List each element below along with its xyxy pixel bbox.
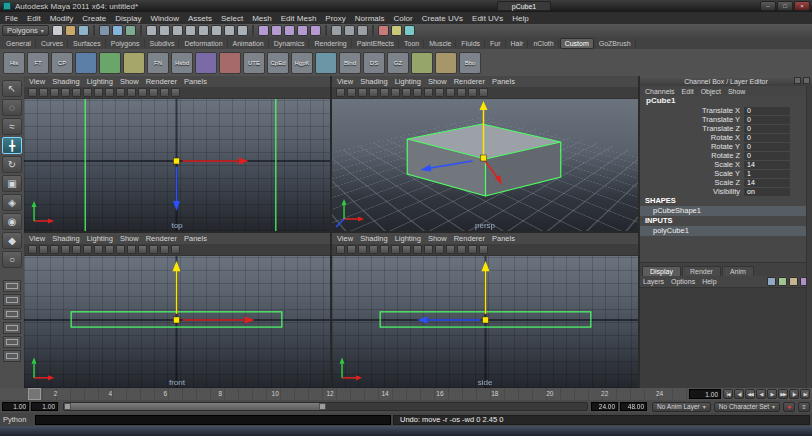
lock-camera-icon[interactable] xyxy=(347,245,356,254)
shelf-tab[interactable]: PaintEffects xyxy=(353,39,399,48)
play-backwards-button[interactable]: ◀ xyxy=(756,389,766,399)
mask-lines-icon[interactable] xyxy=(172,25,183,36)
animation-preferences-button[interactable]: ≡ xyxy=(798,402,810,412)
shelf-tab[interactable]: Muscle xyxy=(425,39,456,48)
command-line-language-toggle[interactable]: Python xyxy=(3,415,35,424)
menu-item[interactable]: Edit xyxy=(27,14,41,23)
mask-points-icon[interactable] xyxy=(146,25,157,36)
camera-attributes-icon[interactable] xyxy=(50,245,59,254)
render-current-frame-icon[interactable] xyxy=(378,25,389,36)
menu-item[interactable]: Help xyxy=(512,14,528,23)
viewport-menu-item[interactable]: Lighting xyxy=(87,234,113,243)
channel-box-menu[interactable]: Channels xyxy=(645,88,675,95)
bookmark-icon[interactable] xyxy=(61,88,70,97)
shelf-tab[interactable]: General xyxy=(2,39,36,48)
shelf-hsbd-button[interactable]: Hsbd xyxy=(171,52,193,74)
field-chart-icon[interactable] xyxy=(149,88,158,97)
ipr-render-icon[interactable] xyxy=(391,25,402,36)
film-gate-icon[interactable] xyxy=(116,88,125,97)
snap-view-plane-icon[interactable] xyxy=(297,25,308,36)
shelf-tab[interactable]: Polygons xyxy=(107,39,145,48)
close-button[interactable]: × xyxy=(794,1,810,11)
gate-mask-icon[interactable] xyxy=(138,88,147,97)
shelf-ds-button[interactable]: DS xyxy=(363,52,385,74)
viewport-menu-item[interactable]: Renderer xyxy=(146,234,177,243)
shelf-tab[interactable]: Surfaces xyxy=(69,39,106,48)
current-time-field[interactable] xyxy=(689,389,721,399)
image-plane-icon[interactable] xyxy=(72,245,81,254)
move-manipulator-center[interactable] xyxy=(173,317,179,323)
universal-manipulator-tool[interactable]: ◈ xyxy=(2,194,22,211)
shelf-tab[interactable]: Dynamics xyxy=(270,39,310,48)
viewport-menu-item[interactable]: Lighting xyxy=(87,77,113,86)
create-layer-from-selected-icon[interactable] xyxy=(778,277,787,286)
shelf-item[interactable] xyxy=(315,52,337,74)
channel-attribute-value[interactable]: 0 xyxy=(744,134,790,142)
select-camera-icon[interactable] xyxy=(336,245,345,254)
shelf-item[interactable] xyxy=(411,52,433,74)
channel-attribute-label[interactable]: Scale Z xyxy=(640,178,744,187)
image-plane-icon[interactable] xyxy=(380,245,389,254)
channel-attribute-label[interactable]: Scale X xyxy=(640,160,744,169)
minimize-button[interactable]: – xyxy=(760,1,776,11)
shelf-gz-button[interactable]: GZ xyxy=(387,52,409,74)
viewport-canvas-front[interactable]: front xyxy=(24,256,330,388)
shelf-tab[interactable]: Hair xyxy=(507,39,529,48)
move-tool[interactable]: ╋ xyxy=(2,137,22,154)
step-forward-key-button[interactable]: ▶▶ xyxy=(778,389,788,399)
resolution-gate-icon[interactable] xyxy=(127,245,136,254)
viewport-menu-item[interactable]: View xyxy=(29,234,45,243)
shape-node-row[interactable]: pCubeShape1 xyxy=(640,206,812,216)
menu-item[interactable]: Display xyxy=(115,14,141,23)
rotate-tool[interactable]: ↻ xyxy=(2,156,22,173)
range-slider-handle-bar[interactable] xyxy=(64,403,326,410)
single-pane-layout-button[interactable] xyxy=(3,280,21,292)
output-connections-icon[interactable] xyxy=(344,25,355,36)
shelf-item[interactable] xyxy=(99,52,121,74)
channel-attribute-label[interactable]: Visibility xyxy=(640,187,744,196)
grease-pencil-icon[interactable] xyxy=(94,245,103,254)
separator[interactable] xyxy=(372,25,374,36)
grease-pencil-icon[interactable] xyxy=(94,88,103,97)
separator[interactable] xyxy=(325,25,327,36)
shelf-ft-button[interactable]: FT xyxy=(27,52,49,74)
menu-item[interactable]: Create xyxy=(82,14,106,23)
viewport-menu-item[interactable]: Panels xyxy=(184,234,207,243)
persp-outliner-layout-button[interactable] xyxy=(3,308,21,320)
command-line-result[interactable]: Undo: move -r -os -wd 0 2.45 0 xyxy=(393,415,810,425)
range-slider-track[interactable] xyxy=(63,402,588,411)
menu-item[interactable]: Color xyxy=(394,14,413,23)
shelf-tab[interactable]: Curves xyxy=(37,39,68,48)
separator[interactable] xyxy=(252,25,254,36)
layer-editor-tab[interactable]: Display xyxy=(642,266,681,276)
anim-layer-dropdown[interactable]: No Anim Layer ▾ xyxy=(652,402,711,412)
viewport-menu-item[interactable]: Renderer xyxy=(454,234,485,243)
snap-curve-icon[interactable] xyxy=(271,25,282,36)
channel-attribute-value[interactable]: on xyxy=(744,188,790,196)
open-scene-icon[interactable] xyxy=(65,25,76,36)
channel-box-scrollbar[interactable] xyxy=(806,86,812,388)
select-camera-icon[interactable] xyxy=(28,88,37,97)
menu-set-dropdown[interactable]: Polygons ▾ xyxy=(2,25,49,36)
viewport-canvas-side[interactable]: side xyxy=(332,256,638,388)
cube-wireframe-top[interactable] xyxy=(85,99,276,231)
auto-keyframe-button[interactable]: ● xyxy=(783,402,795,412)
channel-attribute-value[interactable]: 14 xyxy=(744,161,790,169)
shelf-tab[interactable]: Animation xyxy=(229,39,269,48)
gate-mask-icon[interactable] xyxy=(138,245,147,254)
safe-title-icon[interactable] xyxy=(171,88,180,97)
move-layer-up-icon[interactable] xyxy=(789,277,798,286)
layer-editor-menu[interactable]: Layers xyxy=(643,278,664,285)
safe-title-icon[interactable] xyxy=(171,245,180,254)
shelf-his-button[interactable]: His xyxy=(3,52,25,74)
field-chart-icon[interactable] xyxy=(457,88,466,97)
bookmark-icon[interactable] xyxy=(369,88,378,97)
grease-pencil-icon[interactable] xyxy=(402,245,411,254)
camera-attributes-icon[interactable] xyxy=(358,245,367,254)
channel-box-object-name[interactable]: pCube1 xyxy=(640,96,812,106)
layer-list[interactable] xyxy=(640,287,812,388)
channel-attribute-label[interactable]: Translate X xyxy=(640,106,744,115)
layer-editor-menu[interactable]: Help xyxy=(702,278,716,285)
shelf-tab[interactable]: Fluids xyxy=(457,39,485,48)
menu-item[interactable]: Assets xyxy=(188,14,212,23)
